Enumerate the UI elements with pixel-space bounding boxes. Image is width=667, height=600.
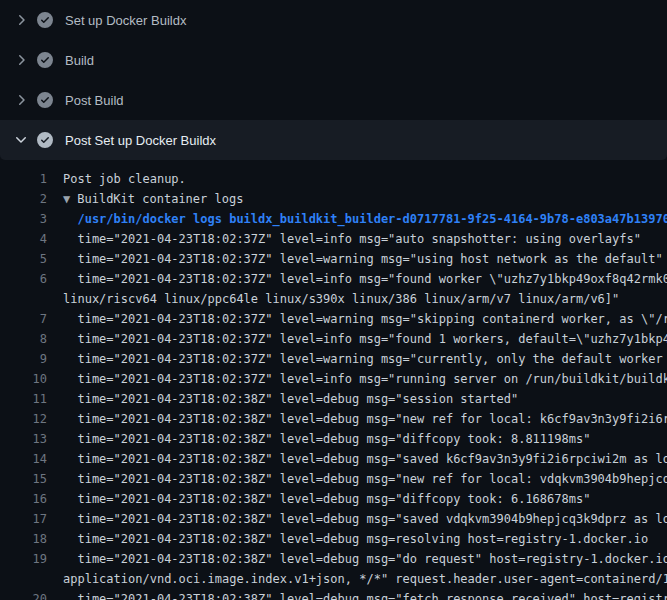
- section-header-post-set-up-docker-buildx[interactable]: Post Set up Docker Buildx: [0, 120, 667, 160]
- line-number[interactable]: 3: [0, 209, 47, 229]
- log-line: 15 time="2021-04-23T18:02:38Z" level=deb…: [0, 469, 667, 489]
- line-number[interactable]: 12: [0, 409, 47, 429]
- line-number[interactable]: 4: [0, 229, 47, 249]
- section-header-post-build[interactable]: Post Build: [0, 80, 667, 120]
- log-text: linux/riscv64 linux/ppc64le linux/s390x …: [63, 292, 619, 306]
- log-line: 10 time="2021-04-23T18:02:37Z" level=inf…: [0, 369, 667, 389]
- line-number[interactable]: 5: [0, 249, 47, 269]
- section-title: Build: [65, 53, 94, 68]
- line-number[interactable]: 7: [0, 309, 47, 329]
- check-circle-icon: [37, 92, 53, 108]
- log-line: 16 time="2021-04-23T18:02:38Z" level=deb…: [0, 489, 667, 509]
- log-container[interactable]: 1 Post job cleanup. 2 ▼BuildKit containe…: [0, 160, 667, 600]
- log-text: time="2021-04-23T18:02:37Z" level=info m…: [63, 272, 667, 286]
- section-title: Post Set up Docker Buildx: [65, 133, 216, 148]
- log-text: time="2021-04-23T18:02:37Z" level=warnin…: [63, 352, 667, 366]
- log-line: linux/riscv64 linux/ppc64le linux/s390x …: [0, 289, 667, 309]
- line-number[interactable]: 16: [0, 489, 47, 509]
- log-text: time="2021-04-23T18:02:37Z" level=warnin…: [63, 312, 667, 326]
- triangle-down-icon[interactable]: ▼: [63, 192, 70, 206]
- log-text: time="2021-04-23T18:02:38Z" level=debug …: [63, 492, 590, 506]
- log-line: 13 time="2021-04-23T18:02:38Z" level=deb…: [0, 429, 667, 449]
- log-text: time="2021-04-23T18:02:37Z" level=info m…: [63, 232, 641, 246]
- log-line: 8 time="2021-04-23T18:02:37Z" level=info…: [0, 329, 667, 349]
- log-line: 5 time="2021-04-23T18:02:37Z" level=warn…: [0, 249, 667, 269]
- log-line: 7 time="2021-04-23T18:02:37Z" level=warn…: [0, 309, 667, 329]
- line-number[interactable]: 14: [0, 449, 47, 469]
- line-number[interactable]: 15: [0, 469, 47, 489]
- line-number[interactable]: [0, 569, 47, 589]
- log-line: 1 Post job cleanup.: [0, 169, 667, 189]
- chevron-right-icon: [13, 52, 29, 68]
- line-number[interactable]: 11: [0, 389, 47, 409]
- log-text: time="2021-04-23T18:02:38Z" level=debug …: [63, 412, 667, 426]
- line-number[interactable]: 10: [0, 369, 47, 389]
- log-line: 17 time="2021-04-23T18:02:38Z" level=deb…: [0, 509, 667, 529]
- log-line: 6 time="2021-04-23T18:02:37Z" level=info…: [0, 269, 667, 289]
- check-circle-icon: [37, 52, 53, 68]
- log-line: 9 time="2021-04-23T18:02:37Z" level=warn…: [0, 349, 667, 369]
- chevron-right-icon: [13, 12, 29, 28]
- log-text: time="2021-04-23T18:02:38Z" level=debug …: [63, 392, 518, 406]
- log-text: time="2021-04-23T18:02:38Z" level=debug …: [63, 512, 667, 526]
- chevron-down-icon: [13, 132, 29, 148]
- line-number[interactable]: 18: [0, 529, 47, 549]
- check-circle-icon: [37, 132, 53, 148]
- chevron-right-icon: [13, 92, 29, 108]
- line-number[interactable]: 1: [0, 169, 47, 189]
- log-line: 3 /usr/bin/docker logs buildx_buildkit_b…: [0, 209, 667, 229]
- log-text[interactable]: BuildKit container logs: [77, 192, 243, 206]
- section-header-set-up-docker-buildx[interactable]: Set up Docker Buildx: [0, 0, 667, 40]
- line-number[interactable]: 2: [0, 189, 47, 209]
- log-text: time="2021-04-23T18:02:37Z" level=warnin…: [63, 252, 663, 266]
- log-text: time="2021-04-23T18:02:37Z" level=info m…: [63, 372, 667, 386]
- log-text: time="2021-04-23T18:02:38Z" level=debug …: [63, 592, 667, 600]
- log-text: application/vnd.oci.image.index.v1+json,…: [63, 572, 667, 586]
- log-text: /usr/bin/docker logs buildx_buildkit_bui…: [63, 212, 667, 226]
- step-list: Set up Docker Buildx Build Post Build: [0, 0, 667, 160]
- log-line: application/vnd.oci.image.index.v1+json,…: [0, 569, 667, 589]
- log-line: 18 time="2021-04-23T18:02:38Z" level=deb…: [0, 529, 667, 549]
- log-text: time="2021-04-23T18:02:38Z" level=debug …: [63, 472, 667, 486]
- section-header-build[interactable]: Build: [0, 40, 667, 80]
- log-line: 12 time="2021-04-23T18:02:38Z" level=deb…: [0, 409, 667, 429]
- line-number[interactable]: 17: [0, 509, 47, 529]
- section-title: Set up Docker Buildx: [65, 13, 186, 28]
- log-text: time="2021-04-23T18:02:38Z" level=debug …: [63, 452, 667, 466]
- log-line: 11 time="2021-04-23T18:02:38Z" level=deb…: [0, 389, 667, 409]
- job-log-panel: Set up Docker Buildx Build Post Build: [0, 0, 667, 600]
- line-number[interactable]: 13: [0, 429, 47, 449]
- log-text: time="2021-04-23T18:02:37Z" level=info m…: [63, 332, 667, 346]
- log-text: time="2021-04-23T18:02:38Z" level=debug …: [63, 532, 648, 546]
- log-line: 2 ▼BuildKit container logs: [0, 189, 667, 209]
- section-title: Post Build: [65, 93, 124, 108]
- log-line: 4 time="2021-04-23T18:02:37Z" level=info…: [0, 229, 667, 249]
- line-number[interactable]: 19: [0, 549, 47, 569]
- line-number[interactable]: 6: [0, 269, 47, 289]
- log-text: time="2021-04-23T18:02:38Z" level=debug …: [63, 552, 667, 566]
- line-number[interactable]: 9: [0, 349, 47, 369]
- line-number[interactable]: [0, 289, 47, 309]
- log-line: 20 time="2021-04-23T18:02:38Z" level=deb…: [0, 589, 667, 600]
- log-line: 19 time="2021-04-23T18:02:38Z" level=deb…: [0, 549, 667, 569]
- check-circle-icon: [37, 12, 53, 28]
- line-number[interactable]: 20: [0, 589, 47, 600]
- line-number[interactable]: 8: [0, 329, 47, 349]
- log-line: 14 time="2021-04-23T18:02:38Z" level=deb…: [0, 449, 667, 469]
- log-text: Post job cleanup.: [63, 172, 186, 186]
- log-text: time="2021-04-23T18:02:38Z" level=debug …: [63, 432, 590, 446]
